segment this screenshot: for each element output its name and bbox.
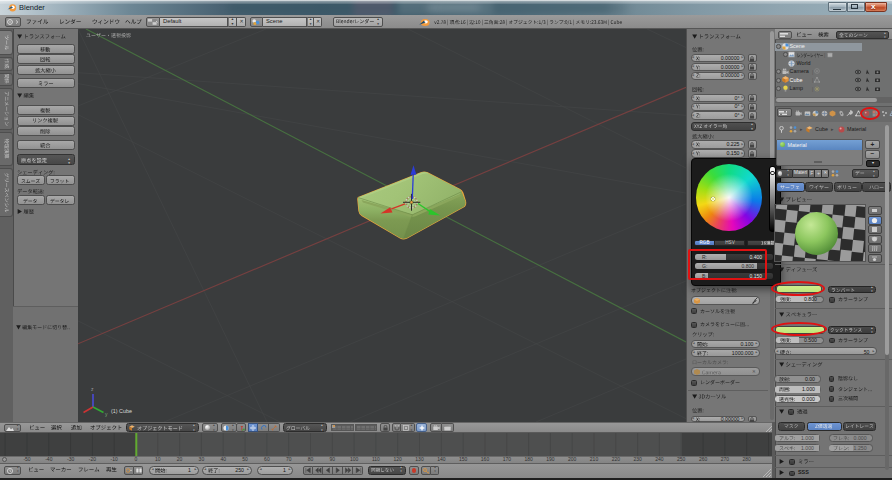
svg-text:z: z: [91, 386, 94, 392]
svg-text:y: y: [105, 411, 108, 417]
